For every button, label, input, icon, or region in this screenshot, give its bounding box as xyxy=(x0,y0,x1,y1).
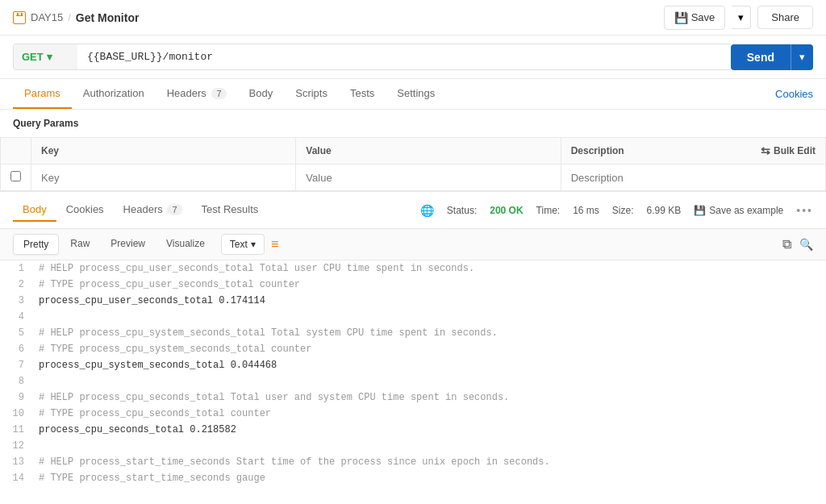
response-tab-headers[interactable]: Headers 7 xyxy=(114,198,192,222)
day-label: DAY15 xyxy=(31,11,63,23)
format-tab-pretty[interactable]: Pretty xyxy=(13,234,59,255)
code-line-5: 5# HELP process_cpu_system_seconds_total… xyxy=(0,325,826,341)
desc-cell[interactable] xyxy=(561,165,825,191)
key-col-header: Key xyxy=(31,138,296,165)
key-input[interactable] xyxy=(41,172,286,184)
line-number: 3 xyxy=(0,293,32,309)
cookies-link[interactable]: Cookies xyxy=(775,88,813,100)
line-number: 10 xyxy=(0,406,32,422)
time-label: Time: xyxy=(536,205,561,216)
value-col-header: Value xyxy=(296,138,561,165)
response-section: Body Cookies Headers 7 Test Results 🌐 St… xyxy=(0,191,826,486)
params-empty-row xyxy=(1,165,826,191)
header-right: 💾 Save ▾ Share xyxy=(664,6,813,30)
copy-icon[interactable]: ⧉ xyxy=(782,237,791,252)
line-number: 1 xyxy=(0,260,32,277)
response-header: Body Cookies Headers 7 Test Results 🌐 St… xyxy=(0,192,826,229)
code-line-11: 11process_cpu_seconds_total 0.218582 xyxy=(0,422,826,438)
send-button[interactable]: Send xyxy=(731,44,791,70)
params-header-row: Key Value Description ⇆ Bulk Edit xyxy=(1,138,826,165)
calendar-icon xyxy=(13,11,26,24)
format-type-dropdown[interactable]: Text ▾ xyxy=(221,234,265,255)
section-title: Query Params xyxy=(0,110,826,137)
header-left: DAY15 / Get Monitor xyxy=(13,11,139,24)
key-cell[interactable] xyxy=(31,165,296,191)
params-table: Key Value Description ⇆ Bulk Edit xyxy=(0,137,826,191)
bulk-edit-button[interactable]: ⇆ Bulk Edit xyxy=(761,144,816,157)
code-line-13: 13# HELP process_start_time_seconds Star… xyxy=(0,454,826,470)
share-button[interactable]: Share xyxy=(757,6,813,29)
line-number: 9 xyxy=(0,389,32,406)
code-line-14: 14# TYPE process_start_time_seconds gaug… xyxy=(0,470,826,486)
more-options-button[interactable]: ••• xyxy=(796,204,813,217)
line-content: # TYPE process_cpu_seconds_total counter xyxy=(32,406,271,422)
tab-scripts[interactable]: Scripts xyxy=(284,79,339,109)
tab-body[interactable]: Body xyxy=(238,79,285,109)
line-number: 8 xyxy=(0,373,32,389)
response-tab-body[interactable]: Body xyxy=(13,198,56,222)
line-number: 14 xyxy=(0,470,32,486)
format-tab-raw[interactable]: Raw xyxy=(60,234,99,255)
breadcrumb-separator: / xyxy=(68,11,71,23)
code-line-12: 12 xyxy=(0,438,826,454)
description-input[interactable] xyxy=(571,172,816,184)
code-line-2: 2# TYPE process_cpu_user_seconds_total c… xyxy=(0,277,826,293)
format-tab-preview[interactable]: Preview xyxy=(101,234,155,255)
response-tab-test-results[interactable]: Test Results xyxy=(192,198,269,222)
line-content: # TYPE process_start_time_seconds gauge xyxy=(32,470,265,486)
tab-headers[interactable]: Headers 7 xyxy=(156,79,238,109)
tab-settings[interactable]: Settings xyxy=(386,79,446,109)
row-checkbox-input[interactable] xyxy=(10,171,21,181)
code-area: 1# HELP process_cpu_user_seconds_total T… xyxy=(0,260,826,486)
method-chevron-icon: ▾ xyxy=(47,51,52,63)
status-label: Status: xyxy=(447,205,477,216)
line-content: process_cpu_user_seconds_total 0.174114 xyxy=(32,293,265,309)
size-value: 6.99 KB xyxy=(647,205,682,216)
query-params-section: Query Params Key Value Description ⇆ Bul… xyxy=(0,110,826,191)
status-value: 200 OK xyxy=(490,205,523,216)
url-input[interactable] xyxy=(77,44,731,70)
line-number: 4 xyxy=(0,309,32,325)
line-content xyxy=(32,373,39,389)
line-number: 11 xyxy=(0,422,32,438)
wrap-icon[interactable]: ≡ xyxy=(271,237,278,252)
line-number: 6 xyxy=(0,341,32,357)
format-bar: Pretty Raw Preview Visualize Text ▾ ≡ ⧉ … xyxy=(0,229,826,260)
format-tab-visualize[interactable]: Visualize xyxy=(156,234,215,255)
code-line-4: 4 xyxy=(0,309,826,325)
tab-params[interactable]: Params xyxy=(13,79,72,109)
response-headers-badge: 7 xyxy=(167,204,181,215)
url-bar: GET ▾ Send ▾ xyxy=(0,35,826,79)
search-icon[interactable]: 🔍 xyxy=(799,238,813,251)
tab-authorization[interactable]: Authorization xyxy=(72,79,156,109)
line-number: 12 xyxy=(0,438,32,454)
save-example-button[interactable]: 💾 Save as example xyxy=(694,205,783,216)
format-chevron-icon: ▾ xyxy=(251,239,256,250)
line-number: 13 xyxy=(0,454,32,470)
send-dropdown-button[interactable]: ▾ xyxy=(791,44,813,70)
globe-icon: 🌐 xyxy=(420,204,434,217)
value-cell[interactable] xyxy=(296,165,561,191)
method-label: GET xyxy=(22,51,44,63)
line-content: # HELP process_cpu_system_seconds_total … xyxy=(32,325,498,341)
line-content: process_cpu_system_seconds_total 0.04446… xyxy=(32,357,277,373)
save-example-icon: 💾 xyxy=(694,205,706,216)
method-selector[interactable]: GET ▾ xyxy=(13,44,77,70)
headers-badge: 7 xyxy=(211,88,226,99)
row-checkbox xyxy=(1,165,31,191)
line-content: # HELP process_cpu_user_seconds_total To… xyxy=(32,260,474,277)
response-tab-cookies[interactable]: Cookies xyxy=(56,198,114,222)
save-dropdown-button[interactable]: ▾ xyxy=(732,6,751,29)
header: DAY15 / Get Monitor 💾 Save ▾ Share xyxy=(0,0,826,35)
checkbox-col-header xyxy=(1,138,31,165)
code-line-10: 10# TYPE process_cpu_seconds_total count… xyxy=(0,406,826,422)
line-number: 7 xyxy=(0,357,32,373)
response-meta: 🌐 Status: 200 OK Time: 16 ms Size: 6.99 … xyxy=(420,204,813,217)
tab-tests[interactable]: Tests xyxy=(339,79,386,109)
request-title: Get Monitor xyxy=(76,11,140,24)
line-content: # TYPE process_cpu_user_seconds_total co… xyxy=(32,277,300,293)
desc-col-header: Description ⇆ Bulk Edit xyxy=(561,138,825,165)
value-input[interactable] xyxy=(306,172,550,184)
send-button-group: Send ▾ xyxy=(731,44,813,70)
save-button[interactable]: 💾 Save xyxy=(664,6,726,30)
